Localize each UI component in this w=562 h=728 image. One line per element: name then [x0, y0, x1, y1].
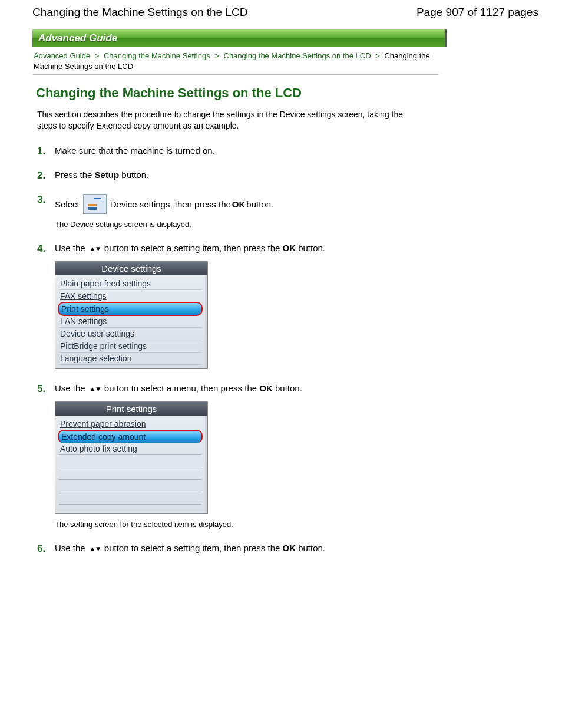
lcd-body: Prevent paper abrasionExtended copy amou… — [55, 416, 207, 513]
lcd-item: Extended copy amount — [58, 430, 203, 443]
step-1: Make sure that the machine is turned on. — [37, 146, 544, 156]
step-6-text-b: button to select a setting item, then pr… — [102, 543, 283, 553]
lcd-item: Prevent paper abrasion — [59, 418, 201, 430]
step-5-text-a: Use the — [55, 383, 88, 393]
breadcrumb: Advanced Guide > Changing the Machine Se… — [34, 51, 440, 72]
breadcrumb-link-1[interactable]: Advanced Guide — [34, 51, 90, 60]
lcd-item: Print settings — [58, 302, 203, 316]
step-5-sub: The setting screen for the selected item… — [55, 520, 544, 529]
advanced-guide-bar-label: Advanced Guide — [38, 32, 117, 44]
ok-label: OK — [259, 383, 273, 393]
step-5-text-b: button to select a menu, then press the — [102, 383, 260, 393]
lcd-item — [59, 467, 201, 480]
lcd-item — [59, 480, 201, 492]
step-2-text-a: Press the — [55, 170, 95, 180]
step-4-text-c: button. — [296, 243, 325, 253]
step-3: Select Device settings, then press the O… — [37, 194, 544, 229]
up-down-icon: ▲▼ — [89, 245, 101, 253]
page-number: Page 907 of 1127 pages — [416, 6, 538, 19]
step-4-text-b: button to select a setting item, then pr… — [102, 243, 283, 253]
step-5-text-c: button. — [273, 383, 302, 393]
ok-label: OK — [282, 243, 296, 253]
lcd-body: Plain paper feed settingsFAX settingsPri… — [55, 275, 207, 368]
setup-label: Setup — [95, 170, 120, 180]
step-3-text-b: Device settings, then press the — [110, 199, 231, 209]
breadcrumb-link-2[interactable]: Changing the Machine Settings — [104, 51, 210, 60]
step-4: Use the ▲▼ button to select a setting it… — [37, 243, 544, 369]
advanced-guide-bar: Advanced Guide — [32, 29, 447, 47]
lcd-item: Device user settings — [59, 328, 201, 340]
up-down-icon: ▲▼ — [89, 385, 101, 393]
lcd-item: Plain paper feed settings — [59, 278, 201, 290]
divider — [32, 74, 439, 75]
breadcrumb-sep: > — [214, 51, 219, 60]
up-down-icon: ▲▼ — [89, 545, 101, 553]
breadcrumb-sep: > — [95, 51, 100, 60]
step-6-text-c: button. — [296, 543, 325, 553]
lcd-item: FAX settings — [59, 290, 201, 302]
lcd-item: PictBridge print settings — [59, 340, 201, 353]
lcd-item — [59, 455, 201, 467]
ok-label: OK — [282, 543, 296, 553]
lcd-device-settings: Device settings Plain paper feed setting… — [55, 261, 208, 369]
step-6-text-a: Use the — [55, 543, 88, 553]
header-title: Changing the Machine Settings on the LCD — [32, 6, 247, 19]
ok-label: OK — [232, 199, 246, 209]
step-3-text-c: button. — [246, 199, 273, 209]
step-5: Use the ▲▼ button to select a menu, then… — [37, 383, 544, 529]
lcd-item: Auto photo fix setting — [59, 443, 201, 455]
lcd-item: Language selection — [59, 353, 201, 365]
breadcrumb-link-3[interactable]: Changing the Machine Settings on the LCD — [224, 51, 371, 60]
step-4-text-a: Use the — [55, 243, 88, 253]
lcd-title: Print settings — [55, 402, 207, 416]
step-3-text-a: Select — [55, 199, 80, 209]
step-6: Use the ▲▼ button to select a setting it… — [37, 543, 544, 553]
step-2-text-c: button. — [119, 170, 148, 180]
step-3-sub: The Device settings screen is displayed. — [55, 220, 544, 229]
lcd-title: Device settings — [55, 262, 207, 275]
breadcrumb-sep: > — [375, 51, 380, 60]
lcd-item — [59, 492, 201, 505]
step-2: Press the Setup button. — [37, 170, 544, 180]
step-1-text: Make sure that the machine is turned on. — [55, 146, 215, 156]
page-title: Changing the Machine Settings on the LCD — [36, 85, 544, 101]
lcd-item: LAN settings — [59, 315, 201, 328]
intro-text: This section describes the procedure to … — [37, 109, 414, 131]
lcd-print-settings: Print settings Prevent paper abrasionExt… — [55, 401, 208, 514]
device-settings-icon — [83, 194, 107, 214]
